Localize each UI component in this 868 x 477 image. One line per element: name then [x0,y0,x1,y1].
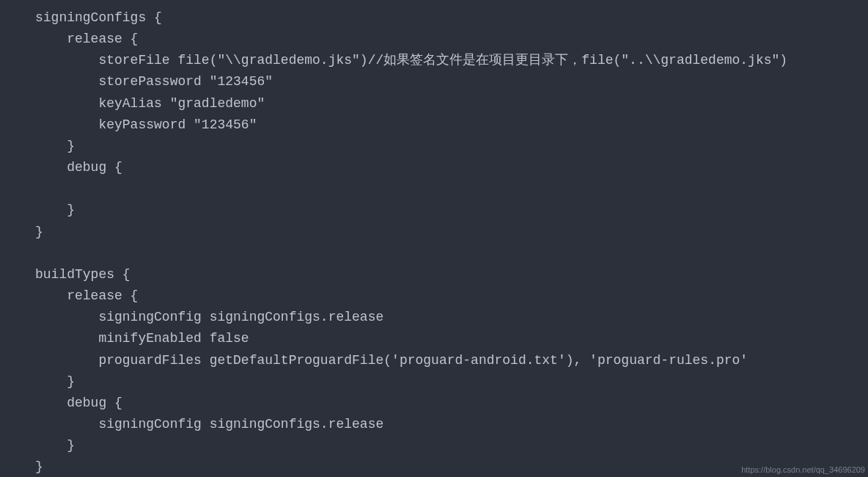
watermark-text: https://blog.csdn.net/qq_34696209 [741,465,865,474]
code-block: signingConfigs { release { storeFile fil… [35,7,868,477]
